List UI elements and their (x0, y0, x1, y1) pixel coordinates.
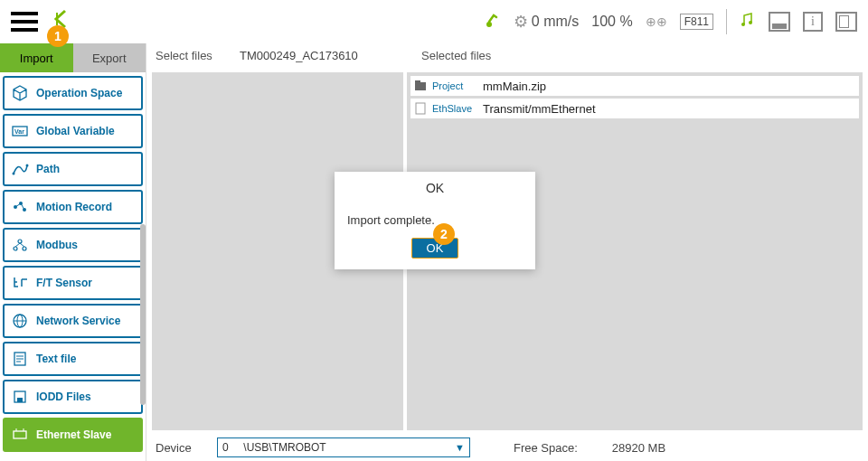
globe-icon (10, 311, 30, 331)
panel-icon-1[interactable] (769, 12, 790, 32)
sidebar-item-label: Operation Space (36, 87, 122, 99)
speed-icon: ⚙ (514, 12, 528, 32)
file-type: Project (432, 80, 477, 91)
sidebar-item-operation-space[interactable]: Operation Space (3, 76, 143, 110)
ethernet-icon (10, 425, 30, 445)
sidebar-item-path[interactable]: Path (3, 152, 143, 186)
import-complete-dialog: OK Import complete. 2 OK (335, 172, 535, 269)
ethslave-file-icon (414, 102, 427, 115)
svg-point-12 (14, 247, 17, 250)
error-code-badge[interactable]: F811 (680, 14, 713, 30)
sidebar-scrollbar[interactable] (140, 224, 146, 405)
svg-point-6 (13, 173, 15, 175)
file-name: mmMain.zip (483, 80, 546, 93)
dropdown-arrow-icon: ▼ (455, 442, 465, 453)
sidebar-item-label: Path (36, 163, 60, 175)
iodd-icon (10, 387, 30, 407)
modbus-icon (10, 235, 30, 255)
sidebar-item-modbus[interactable]: Modbus (3, 228, 143, 262)
svg-point-3 (749, 21, 752, 24)
robot-mode-icon (483, 11, 501, 33)
sidebar-item-iodd-files[interactable]: IODD Files (3, 380, 143, 414)
panel-icon-2[interactable] (835, 12, 857, 32)
dialog-title: OK (335, 172, 535, 213)
sidebar-item-motion-record[interactable]: Motion Record (3, 190, 143, 224)
sidebar-list: Operation Space Var Global Variable Path… (0, 72, 146, 461)
device-index: 0 (222, 441, 229, 454)
svg-rect-27 (415, 80, 420, 83)
callout-1: 1 (47, 25, 69, 47)
device-label: Device (156, 441, 210, 455)
record-icon (10, 197, 30, 217)
speed-value: 0 mm/s (532, 14, 579, 30)
sidebar-item-label: Motion Record (36, 201, 112, 213)
device-select[interactable]: 0 \USB\TMROBOT ▼ (217, 437, 470, 457)
sensor-icon (10, 273, 30, 293)
menu-button[interactable] (5, 4, 42, 40)
sidebar-item-label: Modbus (36, 239, 78, 251)
sidebar-item-network-service[interactable]: Network Service (3, 304, 143, 338)
svg-point-11 (18, 240, 22, 243)
free-space-label: Free Space: (514, 441, 578, 455)
sidebar-item-ft-sensor[interactable]: F/T Sensor (3, 266, 143, 300)
selected-file-row[interactable]: Project mmMain.zip (410, 76, 859, 96)
folder-name: TM000249_AC173610 (232, 43, 412, 71)
file-type: EthSlave (432, 103, 477, 114)
cube-icon (10, 83, 30, 103)
device-path: \USB\TMROBOT (243, 441, 326, 454)
sidebar-item-ethernet-slave[interactable]: Ethernet Slave (3, 418, 143, 452)
sidebar-item-global-variable[interactable]: Var Global Variable (3, 114, 143, 148)
sidebar-item-text-file[interactable]: Text file (3, 342, 143, 376)
connection-icon[interactable] (740, 12, 756, 33)
tab-import[interactable]: Import (0, 43, 73, 72)
svg-rect-26 (415, 82, 426, 90)
speed-readout: ⚙ 0 mm/s (514, 12, 579, 32)
svg-rect-28 (416, 103, 425, 114)
selected-files-label: Selected files (412, 43, 868, 68)
select-files-label: Select files (146, 43, 232, 71)
file-name: Transmit/mmEthernet (483, 102, 596, 116)
path-icon (10, 159, 30, 179)
svg-rect-22 (17, 398, 23, 402)
sidebar-item-label: Ethernet Slave (36, 428, 111, 441)
sidebar-item-label: Text file (36, 353, 76, 365)
var-icon: Var (10, 121, 30, 141)
free-space-value: 28920 MB (612, 441, 665, 455)
sidebar-item-label: Network Service (36, 315, 120, 327)
percent-readout: 100 % (591, 14, 632, 30)
sidebar-item-label: F/T Sensor (36, 277, 92, 289)
svg-point-7 (26, 165, 29, 167)
sidebar-item-label: Global Variable (36, 125, 115, 137)
selected-file-row[interactable]: EthSlave Transmit/mmEthernet (410, 99, 859, 118)
svg-point-13 (23, 247, 26, 250)
sidebar-item-label: IODD Files (36, 390, 91, 403)
svg-point-2 (741, 23, 745, 26)
callout-2: 2 (433, 223, 455, 245)
svg-text:Var: Var (14, 128, 24, 135)
textfile-icon (10, 349, 30, 369)
info-icon[interactable]: i (803, 12, 823, 32)
link-icon: ⊕⊕ (646, 14, 667, 29)
divider (726, 9, 727, 34)
project-file-icon (414, 80, 427, 92)
svg-rect-23 (14, 431, 26, 438)
tab-export[interactable]: Export (73, 43, 146, 72)
